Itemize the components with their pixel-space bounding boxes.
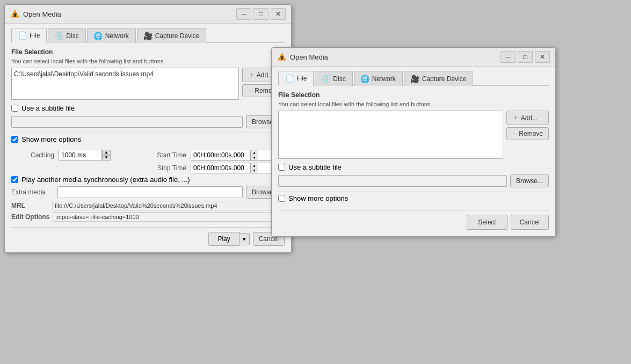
play-another-row-1: Play another media synchronously (extra … bbox=[11, 176, 285, 184]
svg-rect-2 bbox=[13, 13, 17, 14]
show-more-label-1[interactable]: Show more options bbox=[21, 135, 81, 143]
tab-disc-2[interactable]: 💿 Disc bbox=[315, 71, 352, 86]
tab-disc-1[interactable]: 💿 Disc bbox=[48, 28, 85, 43]
titlebar-1: Open Media ─ □ ✕ bbox=[5, 5, 291, 24]
stop-time-field-1: ▲ ▼ bbox=[191, 163, 277, 173]
mrl-label-1: MRL bbox=[11, 202, 49, 209]
extra-media-input-1[interactable] bbox=[57, 186, 243, 198]
tab-capture-label-2: Capture Device bbox=[422, 75, 467, 83]
subtitle-check-row-1: Use a subtitle file bbox=[11, 104, 285, 112]
stop-time-input-1[interactable] bbox=[191, 163, 250, 173]
caching-down-1[interactable]: ▼ bbox=[102, 155, 111, 161]
subtitle-check-label-1[interactable]: Use a subtitle file bbox=[21, 104, 75, 112]
play-dropdown-btn-1[interactable]: ▼ bbox=[240, 233, 250, 245]
play-btn-1[interactable]: Play bbox=[208, 232, 239, 246]
close-btn-1[interactable]: ✕ bbox=[271, 8, 286, 20]
window1-content: 📄 File 💿 Disc 🌐 Network 🎥 Capture Device… bbox=[5, 24, 291, 252]
start-time-label-1: Start Time bbox=[133, 151, 186, 159]
minimize-btn-2[interactable]: ─ bbox=[501, 51, 516, 63]
bottom-bar-1: Play ▼ Cancel bbox=[11, 227, 285, 246]
tab-network-label-1: Network bbox=[105, 32, 129, 40]
tab-network-label-2: Network bbox=[372, 75, 396, 83]
start-time-up-1[interactable]: ▲ bbox=[250, 150, 258, 155]
bottom-bar-2: Select Cancel bbox=[278, 210, 549, 230]
subtitle-row-2: Browse... bbox=[278, 174, 549, 187]
remove-label-2: Remove bbox=[519, 130, 543, 137]
file-selection-desc-2: You can select local files with the foll… bbox=[278, 101, 549, 107]
caching-field-1: ▲ ▼ bbox=[59, 150, 128, 161]
svg-rect-1 bbox=[14, 14, 16, 17]
start-time-spinners-1: ▲ ▼ bbox=[250, 150, 258, 160]
edit-options-row-1: Edit Options :input-slave= :file-caching… bbox=[11, 212, 285, 222]
show-more-checkbox-1[interactable] bbox=[11, 136, 18, 143]
subtitle-checkbox-1[interactable] bbox=[11, 105, 18, 112]
tab-file-1[interactable]: 📄 File bbox=[11, 28, 47, 43]
file-icon-2: 📄 bbox=[285, 74, 294, 83]
tab-file-label-1: File bbox=[30, 32, 40, 39]
window2-controls: ─ □ ✕ bbox=[501, 51, 550, 63]
remove-btn-2[interactable]: ─ Remove bbox=[506, 127, 549, 140]
close-btn-2[interactable]: ✕ bbox=[535, 51, 550, 63]
mrl-row-1: MRL file:///C:/Users/jalal/Desktop/Valid… bbox=[11, 201, 285, 210]
vlc-icon-1 bbox=[10, 9, 20, 19]
file-selection-title-1: File Selection bbox=[11, 48, 285, 56]
caching-up-1[interactable]: ▲ bbox=[102, 150, 111, 155]
mrl-value-1: file:///C:/Users/jalal/Desktop/Valid%20s… bbox=[52, 201, 285, 210]
file-list-1[interactable]: C:\Users\jalal\Desktop\Valid seconds iss… bbox=[11, 68, 239, 100]
file-list-2[interactable] bbox=[278, 111, 503, 159]
tab-bar-1: 📄 File 💿 Disc 🌐 Network 🎥 Capture Device bbox=[11, 28, 285, 43]
network-icon-2: 🌐 bbox=[361, 75, 369, 83]
tab-network-1[interactable]: 🌐 Network bbox=[87, 28, 136, 43]
play-another-label-1[interactable]: Play another media synchronously (extra … bbox=[21, 176, 190, 184]
file-list-value-1: C:\Users\jalal\Desktop\Valid seconds iss… bbox=[14, 70, 154, 78]
maximize-btn-2[interactable]: □ bbox=[518, 51, 533, 63]
svg-rect-5 bbox=[280, 56, 284, 57]
caching-label-1: Caching bbox=[11, 151, 54, 159]
extra-media-row-1: Extra media Browse... bbox=[11, 186, 285, 199]
vlc-icon-2 bbox=[277, 52, 287, 62]
minimize-btn-1[interactable]: ─ bbox=[236, 8, 251, 20]
tab-disc-label-1: Disc bbox=[66, 32, 78, 40]
maximize-btn-1[interactable]: □ bbox=[253, 8, 269, 20]
subtitle-check-label-2[interactable]: Use a subtitle file bbox=[288, 163, 342, 171]
browse-subtitle-label-2: Browse... bbox=[516, 177, 543, 185]
edit-options-label-1: Edit Options bbox=[11, 213, 49, 221]
tab-disc-label-2: Disc bbox=[333, 75, 345, 83]
subtitle-input-2[interactable] bbox=[278, 175, 507, 187]
window1-controls: ─ □ ✕ bbox=[236, 8, 286, 20]
caching-input-1[interactable] bbox=[59, 150, 101, 161]
start-time-down-1[interactable]: ▼ bbox=[250, 155, 258, 160]
file-list-buttons-2: ＋ Add... ─ Remove bbox=[506, 111, 549, 159]
add-btn-2[interactable]: ＋ Add... bbox=[506, 111, 549, 125]
subtitle-checkbox-2[interactable] bbox=[278, 164, 285, 171]
disc-icon-2: 💿 bbox=[322, 75, 330, 83]
tab-capture-2[interactable]: 🎥 Capture Device bbox=[404, 71, 474, 86]
subtitle-input-1[interactable] bbox=[11, 116, 243, 128]
start-time-input-1[interactable] bbox=[191, 150, 250, 160]
titlebar-2: Open Media ─ □ ✕ bbox=[272, 48, 555, 67]
tab-capture-1[interactable]: 🎥 Capture Device bbox=[137, 28, 207, 43]
subtitle-check-row-2: Use a subtitle file bbox=[278, 163, 549, 171]
tab-capture-label-1: Capture Device bbox=[155, 32, 200, 40]
browse-subtitle-btn-2[interactable]: Browse... bbox=[510, 174, 549, 187]
add-label-2: Add... bbox=[521, 114, 538, 122]
play-another-checkbox-1[interactable] bbox=[11, 176, 18, 183]
stop-time-up-1[interactable]: ▲ bbox=[250, 163, 258, 168]
play-btn-group-1: Play ▼ bbox=[208, 232, 249, 246]
svg-rect-4 bbox=[281, 57, 283, 60]
remove-icon-1: ─ bbox=[248, 87, 253, 94]
file-list-area-1: C:\Users\jalal\Desktop\Valid seconds iss… bbox=[11, 68, 285, 100]
file-icon-1: 📄 bbox=[18, 31, 27, 40]
cancel-btn-2[interactable]: Cancel bbox=[511, 215, 549, 230]
start-time-field-1: ▲ ▼ bbox=[191, 150, 277, 161]
extra-media-label-1: Extra media bbox=[11, 188, 54, 196]
file-selection-title-2: File Selection bbox=[278, 91, 549, 99]
tab-file-2[interactable]: 📄 File bbox=[278, 71, 314, 86]
window1: Open Media ─ □ ✕ 📄 File 💿 Disc 🌐 Network… bbox=[4, 4, 292, 253]
show-more-label-2[interactable]: Show more options bbox=[288, 194, 348, 202]
tab-network-2[interactable]: 🌐 Network bbox=[354, 71, 403, 86]
stop-time-down-1[interactable]: ▼ bbox=[250, 168, 258, 173]
network-icon-1: 🌐 bbox=[94, 32, 103, 40]
select-btn-2[interactable]: Select bbox=[467, 215, 507, 230]
show-more-checkbox-2[interactable] bbox=[278, 195, 285, 202]
